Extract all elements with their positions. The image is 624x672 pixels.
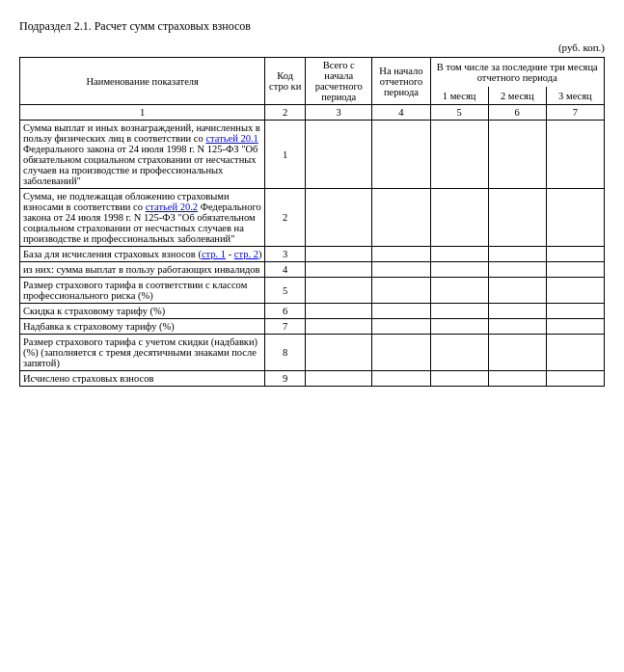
header-code: Код стро ки [265,58,306,105]
header-month1: 1 месяц [430,87,488,104]
table-row: Скидка к страховому тарифу (%) 6 [20,304,605,319]
row9-name: Исчислено страховых взносов [20,371,265,387]
row4-col7 [546,262,604,278]
row3-col3 [306,247,372,262]
row6-col6 [488,304,546,319]
row3-link2[interactable]: стр. 2 [234,249,258,259]
row9-col7 [546,371,604,387]
table-row: Размер страхового тарифа в соответствии … [20,278,605,304]
row3-name: База для исчисления страховых взносов (с… [20,247,265,262]
row6-col7 [546,304,604,319]
row7-col7 [546,319,604,335]
table-row: Размер страхового тарифа с учетом скидки… [20,335,605,371]
row6-col5 [430,304,488,319]
currency-note: (руб. коп.) [19,41,605,53]
row3-col7 [546,247,604,262]
row5-col6 [488,278,546,304]
row2-col7 [546,189,604,247]
row4-name: из них: сумма выплат в пользу работающих… [20,262,265,278]
num-1: 1 [20,105,265,121]
row3-code: 3 [265,247,306,262]
row5-col5 [430,278,488,304]
row4-col4 [372,262,430,278]
row6-name: Скидка к страховому тарифу (%) [20,304,265,319]
row5-col7 [546,278,604,304]
row6-col3 [306,304,372,319]
table-row: База для исчисления страховых взносов (с… [20,247,605,262]
num-2: 2 [265,105,306,121]
row6-code: 6 [265,304,306,319]
row2-link[interactable]: статьей 20.2 [146,202,198,212]
row7-col6 [488,319,546,335]
row9-col5 [430,371,488,387]
table-row: Сумма, не подлежащая обложению страховым… [20,189,605,247]
row1-col7 [546,121,604,189]
row5-col4 [372,278,430,304]
table-row: из них: сумма выплат в пользу работающих… [20,262,605,278]
row2-col5 [430,189,488,247]
row2-name: Сумма, не подлежащая обложению страховым… [20,189,265,247]
page-title: Подраздел 2.1. Расчет сумм страховых взн… [19,19,605,34]
row2-code: 2 [265,189,306,247]
row8-col7 [546,335,604,371]
row7-name: Надбавка к страховому тарифу (%) [20,319,265,335]
num-4: 4 [372,105,430,121]
header-three-months: В том числе за последние три месяца отче… [430,58,604,88]
row1-code: 1 [265,121,306,189]
table-row: Сумма выплат и иных вознаграждений, начи… [20,121,605,189]
row8-col3 [306,335,372,371]
row9-code: 9 [265,371,306,387]
header-total: Всего с начала расчетного периода [306,58,372,105]
row8-col5 [430,335,488,371]
row8-col6 [488,335,546,371]
num-7: 7 [546,105,604,121]
row7-col5 [430,319,488,335]
num-5: 5 [430,105,488,121]
row4-col3 [306,262,372,278]
row8-code: 8 [265,335,306,371]
row3-col5 [430,247,488,262]
row9-col3 [306,371,372,387]
row7-col3 [306,319,372,335]
num-3: 3 [306,105,372,121]
table-row: Исчислено страховых взносов 9 [20,371,605,387]
table-header-row: Наименование показателя Код стро ки Всег… [20,58,605,88]
row1-col4 [372,121,430,189]
table-row: Надбавка к страховому тарифу (%) 7 [20,319,605,335]
row2-col3 [306,189,372,247]
row6-col4 [372,304,430,319]
row7-code: 7 [265,319,306,335]
row2-col4 [372,189,430,247]
header-start: На начало отчетного периода [372,58,430,105]
row3-link1[interactable]: стр. 1 [202,249,226,259]
row1-col5 [430,121,488,189]
row3-col4 [372,247,430,262]
row8-name: Размер страхового тарифа с учетом скидки… [20,335,265,371]
row4-col6 [488,262,546,278]
row3-col6 [488,247,546,262]
row5-code: 5 [265,278,306,304]
row4-col5 [430,262,488,278]
row5-name: Размер страхового тарифа в соответствии … [20,278,265,304]
row5-col3 [306,278,372,304]
row8-col4 [372,335,430,371]
main-table: Наименование показателя Код стро ки Всег… [19,57,605,387]
row9-col6 [488,371,546,387]
header-name: Наименование показателя [20,58,265,105]
table-number-row: 1 2 3 4 5 6 7 [20,105,605,121]
row9-col4 [372,371,430,387]
row4-code: 4 [265,262,306,278]
row1-link[interactable]: статьей 20.1 [205,133,258,144]
row2-col6 [488,189,546,247]
num-6: 6 [488,105,546,121]
row7-col4 [372,319,430,335]
row1-col6 [488,121,546,189]
header-month3: 3 месяц [546,87,604,104]
header-month2: 2 месяц [488,87,546,104]
row1-name: Сумма выплат и иных вознаграждений, начи… [20,121,265,189]
row1-col3 [306,121,372,189]
